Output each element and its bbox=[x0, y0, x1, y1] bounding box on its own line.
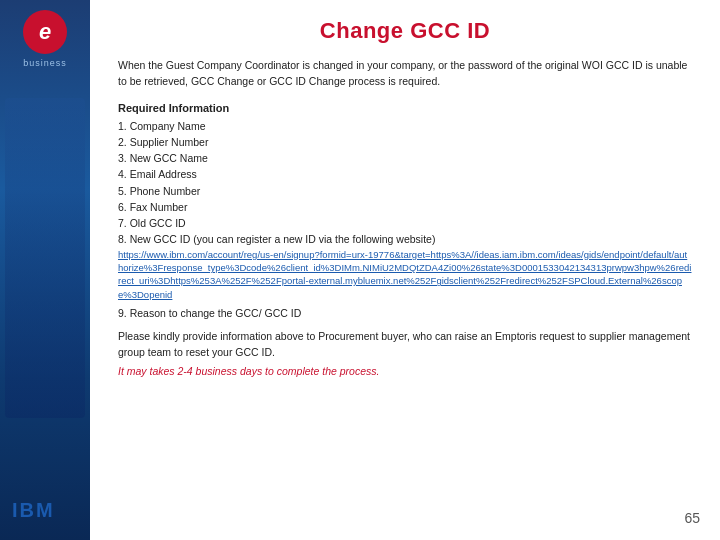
list-item-8: 8. New GCC ID (you can register a new ID… bbox=[118, 231, 692, 247]
logo-subtitle: business bbox=[23, 58, 67, 68]
page-number: 65 bbox=[684, 510, 700, 526]
sidebar-decoration bbox=[5, 98, 85, 418]
sidebar: e business bbox=[0, 0, 90, 540]
list-item-4: 4. Email Address bbox=[118, 166, 692, 182]
list-item-2: 2. Supplier Number bbox=[118, 134, 692, 150]
logo-icon: e bbox=[23, 10, 67, 54]
required-list: 1. Company Name 2. Supplier Number 3. Ne… bbox=[118, 118, 692, 301]
reason-item: 9. Reason to change the GCC/ GCC ID bbox=[118, 307, 692, 319]
list-item-3: 3. New GCC Name bbox=[118, 150, 692, 166]
gcc-signup-link[interactable]: https://www.ibm.com/account/reg/us-en/si… bbox=[118, 248, 692, 301]
list-item-1: 1. Company Name bbox=[118, 118, 692, 134]
list-item-7: 7. Old GCC ID bbox=[118, 215, 692, 231]
list-item-6: 6. Fax Number bbox=[118, 199, 692, 215]
logo-letter: e bbox=[39, 19, 51, 45]
italic-note: It may takes 2-4 business days to comple… bbox=[118, 364, 692, 380]
main-content: Change GCC ID When the Guest Company Coo… bbox=[90, 0, 720, 540]
ibm-logo: IBM bbox=[12, 499, 55, 522]
page-title: Change GCC ID bbox=[118, 18, 692, 44]
intro-text: When the Guest Company Coordinator is ch… bbox=[118, 58, 692, 90]
please-text: Please kindly provide information above … bbox=[118, 329, 692, 361]
required-info-header: Required Information bbox=[118, 102, 692, 114]
list-item-5: 5. Phone Number bbox=[118, 183, 692, 199]
